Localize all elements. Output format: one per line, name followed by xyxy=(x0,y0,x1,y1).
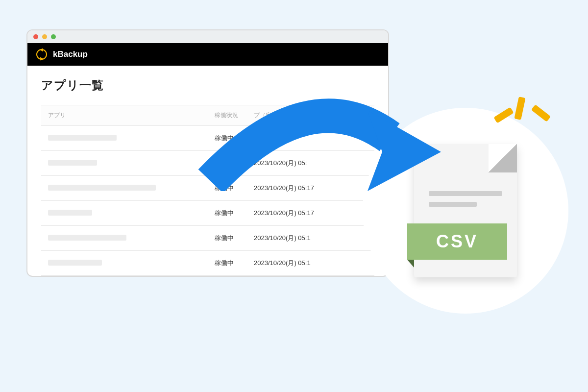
app-list-table: アプリ 稼働状況 プ（定期） バックア 稼働中2023/10/20(稼働中202… xyxy=(41,105,374,276)
table-row[interactable]: 稼働中2023/10/20(月) 05:17 xyxy=(41,176,374,201)
placeholder-text xyxy=(48,135,117,141)
cell-status: 稼働中 xyxy=(208,126,247,151)
cell-status: 稼働中 xyxy=(208,201,247,226)
table-row[interactable]: 稼働中2023/10/20(月) 05:1 xyxy=(41,226,374,251)
col-header-backup: バックア xyxy=(330,105,374,126)
table-row[interactable]: 稼働中2023/10/20(月) 05: xyxy=(41,151,374,176)
cell-status: 稼働中 xyxy=(208,226,247,251)
cell-date: 2023/10/20(月) 05:17 xyxy=(247,176,330,201)
cell-app xyxy=(41,201,208,226)
cell-status: 稼働中 xyxy=(208,251,247,276)
cell-backup xyxy=(330,126,374,151)
table-row[interactable]: 稼働中2023/10/20( xyxy=(41,126,374,151)
col-header-app: アプリ xyxy=(41,105,208,126)
svg-rect-1 xyxy=(493,107,514,123)
cell-date: 2023/10/20(月) 05:1 xyxy=(247,251,330,276)
cell-app xyxy=(41,176,208,201)
col-header-scheduled: プ（定期） xyxy=(247,105,330,126)
page-title: アプリ一覧 xyxy=(41,77,374,93)
cell-date: 2023/10/20( xyxy=(247,126,330,151)
app-window: kBackup アプリ一覧 アプリ 稼働状況 プ（定期） バックア 稼働中202… xyxy=(26,29,389,277)
file-icon: CSV xyxy=(414,144,517,277)
placeholder-text xyxy=(48,210,92,216)
maximize-icon[interactable] xyxy=(51,34,56,39)
page-body: アプリ一覧 アプリ 稼働状況 プ（定期） バックア 稼働中2023/10/20(… xyxy=(27,66,388,276)
minimize-icon[interactable] xyxy=(42,34,47,39)
placeholder-text xyxy=(48,160,97,166)
cell-app xyxy=(41,151,208,176)
app-name: kBackup xyxy=(53,49,88,59)
close-icon[interactable] xyxy=(33,34,38,39)
cell-backup xyxy=(330,251,374,276)
table-row[interactable]: 稼働中2023/10/20(月) 05:1 xyxy=(41,251,374,276)
cell-date: 2023/10/20(月) 05: xyxy=(247,151,330,176)
svg-rect-2 xyxy=(514,97,525,120)
app-header: kBackup xyxy=(27,43,388,66)
cell-date: 2023/10/20(月) 05:1 xyxy=(247,226,330,251)
svg-rect-3 xyxy=(531,104,551,122)
file-format-badge: CSV xyxy=(407,223,507,260)
table-row[interactable]: 稼働中2023/10/20(月) 05:17 xyxy=(41,201,374,226)
cell-backup xyxy=(330,151,374,176)
window-titlebar xyxy=(27,30,388,43)
cell-status: 稼働中 xyxy=(208,151,247,176)
cell-app xyxy=(41,226,208,251)
cell-date: 2023/10/20(月) 05:17 xyxy=(247,201,330,226)
cell-status: 稼働中 xyxy=(208,176,247,201)
placeholder-text xyxy=(48,260,102,266)
placeholder-text xyxy=(48,235,126,241)
refresh-circle-icon xyxy=(36,49,47,60)
cell-app xyxy=(41,126,208,151)
placeholder-text xyxy=(48,185,156,191)
col-header-status: 稼働状況 xyxy=(208,105,247,126)
sparkle-icon xyxy=(485,88,554,142)
cell-app xyxy=(41,251,208,276)
